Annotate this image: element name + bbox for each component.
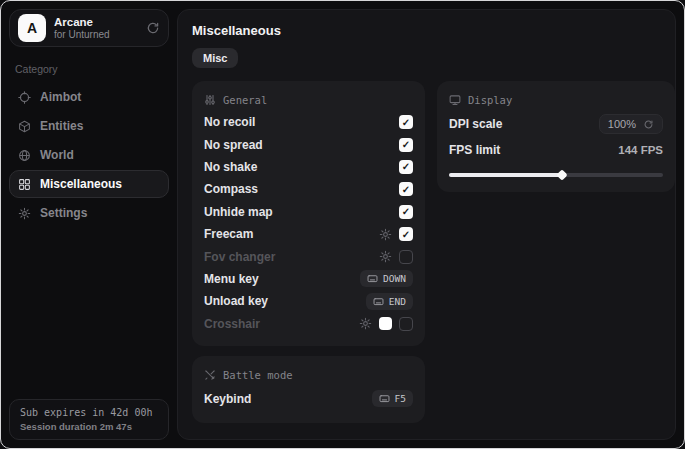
app-window: A Arcane for Unturned Category AimbotEnt… xyxy=(0,0,685,449)
keyboard-icon xyxy=(379,393,390,404)
setting-label: No recoil xyxy=(204,115,255,129)
gear-icon[interactable] xyxy=(379,228,392,241)
battle-mode-panel: Battle mode Keybind F5 xyxy=(192,356,425,423)
globe-icon xyxy=(18,149,31,162)
setting-row: Keybind F5 xyxy=(204,386,413,412)
cube-icon xyxy=(18,120,31,133)
setting-label: Freecam xyxy=(204,227,253,241)
keybind-badge[interactable]: DOWN xyxy=(360,270,413,287)
sidebar-item-world[interactable]: World xyxy=(9,141,169,169)
setting-label: Fov changer xyxy=(204,250,275,264)
keyboard-icon xyxy=(373,296,384,307)
page-title: Miscellaneous xyxy=(192,23,661,38)
refresh-icon[interactable] xyxy=(146,21,160,35)
checkbox[interactable]: ✓ xyxy=(399,227,413,241)
app-subtitle: for Unturned xyxy=(54,29,138,41)
keybind-badge[interactable]: F5 xyxy=(372,390,413,407)
gear-icon[interactable] xyxy=(359,317,372,330)
checkbox[interactable]: ✓ xyxy=(399,138,413,152)
general-panel-title: General xyxy=(223,94,267,106)
setting-row: Unhide map✓ xyxy=(204,201,413,223)
color-swatch[interactable] xyxy=(379,317,392,330)
sidebar-item-entities[interactable]: Entities xyxy=(9,112,169,140)
keybind-badge[interactable]: END xyxy=(366,293,413,310)
sliders-icon xyxy=(204,94,216,106)
sub-expiry-text: Sub expires in 42d 00h xyxy=(20,407,158,418)
setting-row: Fov changer xyxy=(204,245,413,267)
checkbox[interactable] xyxy=(399,317,413,331)
checkbox[interactable]: ✓ xyxy=(399,205,413,219)
fps-limit-value: 144 FPS xyxy=(618,144,663,156)
grid-icon xyxy=(18,178,31,191)
setting-row: Freecam✓ xyxy=(204,223,413,245)
setting-row: DPI scale 100% xyxy=(449,111,663,137)
crosshair-icon xyxy=(18,91,31,104)
session-duration-text: Session duration 2m 47s xyxy=(20,421,158,432)
category-label: Category xyxy=(15,63,169,75)
slider-thumb[interactable] xyxy=(557,169,568,180)
general-panel: General No recoil✓No spread✓No shake✓Com… xyxy=(192,81,425,346)
setting-label: No shake xyxy=(204,160,257,174)
sidebar-item-label: World xyxy=(40,148,74,162)
fps-limit-slider[interactable] xyxy=(449,167,663,181)
setting-label: No spread xyxy=(204,138,263,152)
refresh-icon xyxy=(643,119,654,130)
checkbox[interactable] xyxy=(399,250,413,264)
checkbox[interactable]: ✓ xyxy=(399,115,413,129)
sidebar-item-settings[interactable]: Settings xyxy=(9,199,169,227)
tab-misc[interactable]: Misc xyxy=(192,48,238,68)
sidebar-item-label: Settings xyxy=(40,206,87,220)
setting-label: DPI scale xyxy=(449,117,502,131)
monitor-icon xyxy=(449,94,461,106)
sidebar-item-miscellaneous[interactable]: Miscellaneous xyxy=(9,170,169,198)
display-panel-title: Display xyxy=(468,94,512,106)
gear-icon[interactable] xyxy=(379,250,392,263)
app-logo: A xyxy=(18,14,46,42)
setting-label: FPS limit xyxy=(449,143,500,157)
app-name: Arcane xyxy=(54,16,138,29)
setting-row: FPS limit 144 FPS xyxy=(449,137,663,163)
setting-row: Compass✓ xyxy=(204,178,413,200)
battle-panel-title: Battle mode xyxy=(223,369,293,381)
main-content: Miscellaneous Misc General No recoil✓No xyxy=(177,9,676,440)
setting-row: Unload keyEND xyxy=(204,290,413,312)
display-panel: Display DPI scale 100% xyxy=(437,81,675,192)
setting-row: No spread✓ xyxy=(204,133,413,155)
sidebar-item-label: Miscellaneous xyxy=(40,177,122,191)
setting-label: Menu key xyxy=(204,272,259,286)
setting-label: Crosshair xyxy=(204,317,260,331)
sidebar: A Arcane for Unturned Category AimbotEnt… xyxy=(1,1,177,448)
gear-icon xyxy=(18,207,31,220)
swords-icon xyxy=(204,369,216,381)
setting-label: Keybind xyxy=(204,392,251,406)
setting-label: Compass xyxy=(204,182,258,196)
sidebar-item-aimbot[interactable]: Aimbot xyxy=(9,83,169,111)
setting-row: No shake✓ xyxy=(204,156,413,178)
dpi-scale-select[interactable]: 100% xyxy=(599,114,663,134)
sidebar-nav: AimbotEntitiesWorldMiscellaneousSettings xyxy=(9,83,169,227)
sidebar-item-label: Entities xyxy=(40,119,83,133)
setting-row: No recoil✓ xyxy=(204,111,413,133)
sidebar-item-label: Aimbot xyxy=(40,90,81,104)
checkbox[interactable]: ✓ xyxy=(399,182,413,196)
keyboard-icon xyxy=(367,273,378,284)
subscription-status-card: Sub expires in 42d 00h Session duration … xyxy=(9,399,169,440)
checkbox[interactable]: ✓ xyxy=(399,160,413,174)
setting-row: Crosshair xyxy=(204,313,413,335)
setting-label: Unhide map xyxy=(204,205,273,219)
setting-row: Menu keyDOWN xyxy=(204,268,413,290)
setting-label: Unload key xyxy=(204,294,268,308)
app-card[interactable]: A Arcane for Unturned xyxy=(9,9,169,47)
